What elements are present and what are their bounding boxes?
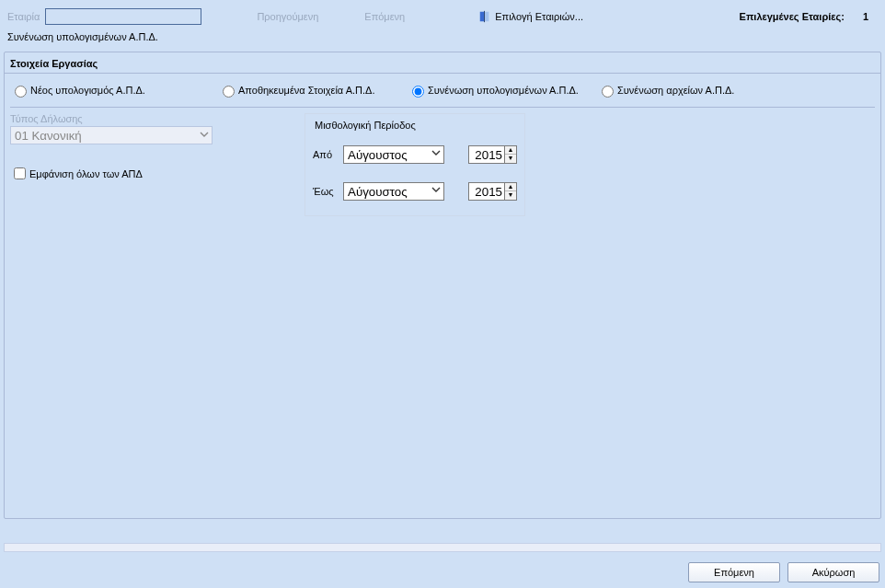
companies-icon <box>478 10 491 23</box>
period-to-year-wrap: ▲ ▼ <box>468 182 517 201</box>
mode-radio-group: Νέος υπολογισμός Α.Π.Δ. Αποθηκευμένα Στο… <box>5 74 880 107</box>
radio-merge-files-label: Συνένωση αρχείων Α.Π.Δ. <box>617 85 734 96</box>
next-button-label: Επόμενη <box>714 567 754 578</box>
radio-saved-data-label: Αποθηκευμένα Στοιχεία Α.Π.Δ. <box>238 85 374 96</box>
company-label: Εταιρία <box>7 11 40 22</box>
show-all-apd-checkbox[interactable] <box>14 167 26 179</box>
spin-down-button[interactable]: ▼ <box>505 155 516 163</box>
period-from-year-spinner: ▲ ▼ <box>505 145 517 164</box>
radio-merge-calculated-label: Συνένωση υπολογισμένων Α.Π.Δ. <box>428 85 579 96</box>
period-to-label: Έως <box>313 186 343 197</box>
spin-up-button[interactable]: ▲ <box>505 146 516 155</box>
period-to-year-input[interactable] <box>468 182 505 201</box>
radio-saved-data-input[interactable] <box>223 86 235 98</box>
svg-rect-2 <box>484 11 485 22</box>
radio-new-calc-input[interactable] <box>15 86 27 98</box>
panel-title: Στοιχεία Εργασίας <box>5 52 880 73</box>
payroll-period-box: Μισθολογική Περίοδος Από ▲ ▼ <box>305 113 525 216</box>
declaration-type-label: Τύπος Δήλωσης <box>10 113 249 124</box>
period-from-month-select[interactable] <box>343 145 444 164</box>
company-input[interactable] <box>45 8 201 25</box>
period-to-month-wrap <box>343 182 444 201</box>
prev-link: Προηγούμενη <box>257 11 318 22</box>
period-from-month-wrap <box>343 145 444 164</box>
show-all-apd-label: Εμφάνιση όλων των ΑΠΔ <box>29 168 143 179</box>
svg-rect-1 <box>485 12 488 22</box>
selected-companies-label: Επιλεγμένες Εταιρίες: <box>740 11 845 22</box>
payroll-period-title: Μισθολογική Περίοδος <box>313 114 517 140</box>
svg-rect-0 <box>480 12 484 22</box>
declaration-type-select-wrap <box>10 126 213 144</box>
radio-new-calc[interactable]: Νέος υπολογισμός Α.Π.Δ. <box>10 83 213 98</box>
period-from-label: Από <box>313 149 343 160</box>
app-root: { "topbar": { "company_label": "Εταιρία"… <box>0 0 885 588</box>
period-to-month-select[interactable] <box>343 182 444 201</box>
selected-companies-count: 1 <box>863 11 868 22</box>
page-subtitle: Συνένωση υπολογισμένων Α.Π.Δ. <box>0 28 885 52</box>
spin-down-button[interactable]: ▼ <box>505 191 516 200</box>
radio-merge-calculated-input[interactable] <box>412 86 424 98</box>
cancel-button[interactable]: Ακύρωση <box>787 562 879 582</box>
radio-merge-files[interactable]: Συνένωση αρχείων Α.Π.Δ. <box>597 83 781 98</box>
period-from-row: Από ▲ ▼ <box>313 145 517 164</box>
radio-merge-calculated[interactable]: Συνένωση υπολογισμένων Α.Π.Δ. <box>408 83 592 98</box>
status-bar <box>4 543 881 552</box>
work-panel: Στοιχεία Εργασίας Νέος υπολογισμός Α.Π.Δ… <box>4 52 881 519</box>
show-all-apd-row: Εμφάνιση όλων των ΑΠΔ <box>10 165 249 182</box>
declaration-type-select <box>10 126 213 144</box>
spin-up-button[interactable]: ▲ <box>505 183 516 191</box>
period-to-row: Έως ▲ ▼ <box>313 182 517 201</box>
radio-merge-files-input[interactable] <box>602 86 614 98</box>
radio-saved-data[interactable]: Αποθηκευμένα Στοιχεία Α.Π.Δ. <box>218 83 402 98</box>
period-to-year-spinner: ▲ ▼ <box>505 182 517 201</box>
next-button[interactable]: Επόμενη <box>688 562 780 582</box>
select-companies-button[interactable]: Επιλογή Εταιριών... <box>478 10 583 23</box>
select-companies-label: Επιλογή Εταιριών... <box>495 11 583 22</box>
period-from-year-wrap: ▲ ▼ <box>468 145 517 164</box>
topbar: Εταιρία Προηγούμενη Επόμενη Επιλογή Εται… <box>0 0 885 28</box>
next-link: Επόμενη <box>364 11 405 22</box>
left-column: Τύπος Δήλωσης Εμφάνιση όλων των ΑΠΔ <box>10 113 249 216</box>
cancel-button-label: Ακύρωση <box>812 567 856 578</box>
button-row: Επόμενη Ακύρωση <box>688 562 879 582</box>
body-area: Τύπος Δήλωσης Εμφάνιση όλων των ΑΠΔ Μισθ… <box>5 108 880 216</box>
radio-new-calc-label: Νέος υπολογισμός Α.Π.Δ. <box>30 85 145 96</box>
period-from-year-input[interactable] <box>468 145 505 164</box>
